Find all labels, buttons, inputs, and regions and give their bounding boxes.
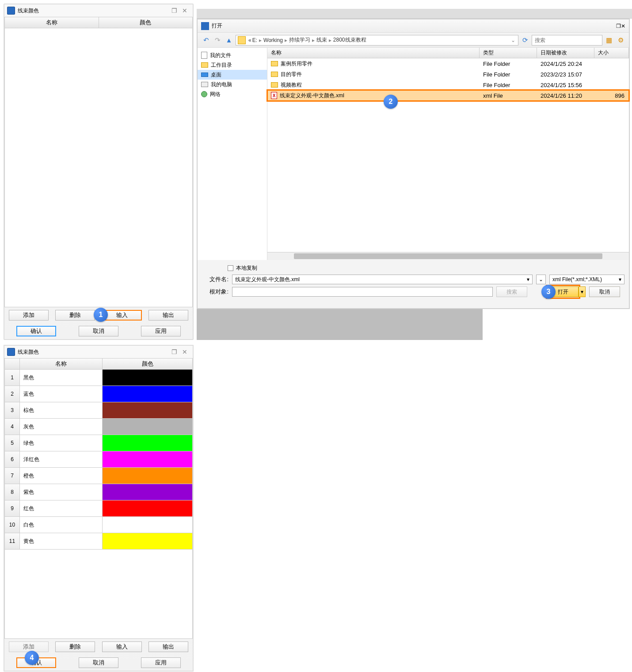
color-row[interactable]: 6洋红色 (5, 451, 192, 468)
col-size[interactable]: 大小 (594, 48, 629, 58)
file-row[interactable]: 案例所用零件File Folder2024/1/25 20:24 (267, 58, 629, 69)
export-button[interactable]: 输出 (148, 641, 188, 652)
close-icon[interactable]: ✕ (179, 7, 190, 14)
filename-field[interactable]: 线束定义外观-中文颜色.xml▾ (232, 275, 533, 284)
tree-item[interactable]: 工作目录 (198, 60, 267, 70)
crumb[interactable]: Working (263, 37, 283, 43)
search-button[interactable]: 搜索 (496, 286, 527, 297)
crumb[interactable]: 2800线束教程 (333, 36, 366, 44)
apply-button[interactable]: 应用 (141, 657, 181, 668)
file-date: 2023/2/23 15:07 (537, 71, 594, 78)
crumb[interactable]: E: (252, 37, 257, 43)
ok-button[interactable]: 确认 (16, 326, 56, 336)
col-name[interactable]: 名称 (267, 48, 480, 58)
color-row[interactable]: 7橙色 (5, 468, 192, 484)
dialog-titlebar: 打开 ❐ ✕ (198, 19, 629, 33)
tree-item[interactable]: 我的电脑 (198, 80, 267, 89)
color-row[interactable]: 1黑色 (5, 370, 192, 386)
cancel-button[interactable]: 取消 (79, 657, 118, 668)
color-swatch[interactable] (103, 402, 192, 418)
color-swatch[interactable] (103, 533, 192, 549)
color-swatch[interactable] (103, 419, 192, 435)
col-name[interactable]: 名称 (5, 17, 99, 28)
editor-bottom-strip (197, 309, 483, 340)
color-row[interactable]: 2蓝色 (5, 386, 192, 402)
color-name: 橙色 (20, 468, 103, 484)
color-swatch[interactable] (103, 517, 192, 533)
breadcrumb[interactable]: « E:▸ Working▸ 持续学习▸ 线束▸ 2800线束教程 ⌄ (236, 35, 518, 46)
search-input[interactable] (532, 35, 602, 46)
settings-icon[interactable]: ⚙ (616, 35, 625, 45)
folder-icon (271, 82, 278, 88)
col-date[interactable]: 日期被修改 (537, 48, 594, 58)
file-date: 2024/1/25 20:24 (537, 61, 594, 67)
color-row[interactable]: 9红色 (5, 500, 192, 517)
col-color[interactable]: 颜色 (99, 17, 193, 28)
file-row[interactable]: 视频教程File Folder2024/1/25 15:56 (267, 80, 629, 90)
color-swatch[interactable] (103, 484, 192, 500)
pin-icon[interactable]: ❐ (616, 23, 621, 29)
file-date: 2024/1/25 15:56 (537, 82, 594, 88)
import-button[interactable]: 输入 (102, 310, 142, 321)
apply-button[interactable]: 应用 (141, 326, 181, 336)
folder-icon (271, 61, 278, 66)
close-icon[interactable]: ✕ (179, 348, 190, 355)
col-color[interactable]: 颜色 (103, 359, 192, 369)
pin-icon[interactable]: ❐ (169, 348, 179, 355)
file-row[interactable]: X线束定义外观-中文颜色.xmlxml File2024/1/26 11:208… (267, 90, 629, 101)
import-button[interactable]: 输入 (102, 641, 142, 652)
color-swatch[interactable] (103, 435, 192, 451)
row-index: 3 (5, 402, 20, 418)
color-row[interactable]: 11黄色 (5, 533, 192, 550)
back-icon[interactable]: ↶ (201, 35, 211, 45)
tree-item[interactable]: 网络 (198, 89, 267, 99)
row-index: 2 (5, 386, 20, 402)
add-button[interactable]: 添加 (9, 641, 49, 652)
crumb[interactable]: 持续学习 (289, 36, 310, 44)
crumb[interactable]: 线束 (316, 36, 327, 44)
col-name[interactable]: 名称 (20, 359, 103, 369)
tree-item[interactable]: 桌面 (198, 70, 267, 80)
dialog-cancel-button[interactable]: 取消 (589, 286, 620, 297)
delete-button[interactable]: 删除 (55, 641, 95, 652)
local-copy-checkbox[interactable] (228, 265, 233, 271)
color-row[interactable]: 8紫色 (5, 484, 192, 500)
delete-button[interactable]: 删除 (55, 310, 95, 321)
filename-history-dropdown[interactable]: ⌄ (536, 275, 546, 284)
color-name: 黄色 (20, 533, 103, 549)
forward-icon[interactable]: ↷ (213, 35, 222, 45)
view-icon[interactable]: ▦ (604, 35, 614, 45)
root-field[interactable] (232, 287, 493, 297)
file-row[interactable]: 目的零件File Folder2023/2/23 15:07 (267, 69, 629, 80)
open-button-dropdown[interactable]: ▾ (579, 286, 586, 297)
up-icon[interactable]: ▲ (224, 35, 234, 45)
col-type[interactable]: 类型 (480, 48, 537, 58)
color-row[interactable]: 5绿色 (5, 435, 192, 451)
horizontal-scrollbar[interactable] (267, 252, 629, 260)
row-index: 8 (5, 484, 20, 500)
export-button[interactable]: 输出 (148, 310, 188, 321)
color-name: 蓝色 (20, 386, 103, 402)
open-button-label: 打开 (558, 288, 568, 296)
add-button[interactable]: 添加 (9, 310, 49, 321)
pin-icon[interactable]: ❐ (169, 7, 179, 14)
tree-item[interactable]: 我的文件 (198, 50, 267, 60)
filetype-filter[interactable]: xml File(*.xml;*.XML)▾ (549, 275, 624, 284)
annotation-badge-4: 4 (25, 651, 39, 665)
col-index (5, 359, 20, 369)
color-row[interactable]: 10白色 (5, 517, 192, 533)
color-swatch[interactable] (103, 500, 192, 516)
file-columns: 名称 类型 日期被修改 大小 (267, 48, 629, 58)
refresh-icon[interactable]: ⟳ (520, 35, 530, 45)
dialog-toolbar: ↶ ↷ ▲ « E:▸ Working▸ 持续学习▸ 线束▸ 2800线束教程 … (198, 33, 629, 48)
file-name: 案例所用零件 (281, 60, 312, 68)
color-swatch[interactable] (103, 468, 192, 484)
row-index: 6 (5, 451, 20, 467)
color-swatch[interactable] (103, 451, 192, 467)
color-swatch[interactable] (103, 386, 192, 402)
color-swatch[interactable] (103, 370, 192, 386)
color-row[interactable]: 4灰色 (5, 419, 192, 435)
cancel-button[interactable]: 取消 (79, 326, 118, 336)
color-row[interactable]: 3棕色 (5, 402, 192, 419)
close-icon[interactable]: ✕ (621, 23, 625, 29)
